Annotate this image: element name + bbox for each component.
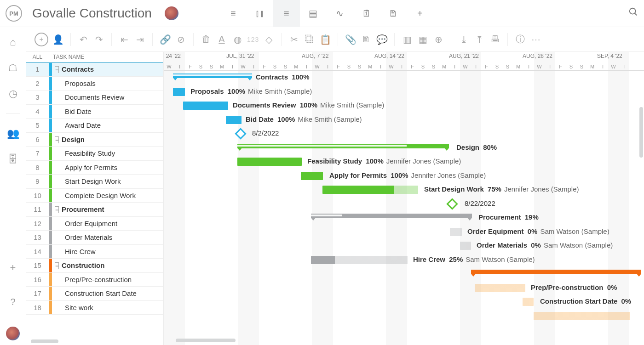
task-row[interactable]: 13Order Materials (26, 231, 163, 245)
print-icon[interactable]: 🖶 (489, 34, 501, 45)
gantt-milestone[interactable] (235, 128, 246, 139)
columns-icon[interactable]: ▥ (401, 34, 413, 45)
project-title[interactable]: Govalle Construction (32, 6, 152, 21)
view-tab-file-icon[interactable]: 🗎 (380, 0, 407, 27)
task-name-cell[interactable]: Construction Start Date (52, 289, 163, 297)
task-row[interactable]: 7Feasibility Study (26, 147, 163, 161)
task-name-cell[interactable]: −Construction (52, 261, 163, 269)
gantt-milestone[interactable] (446, 198, 458, 209)
gantt-task-bar[interactable] (226, 116, 242, 124)
gantt-task-bar[interactable] (311, 256, 408, 264)
indent-icon[interactable]: ⇥ (134, 34, 146, 45)
gantt-summary-bar[interactable] (173, 74, 252, 78)
task-row[interactable]: 8Apply for Permits (26, 161, 163, 175)
column-header-all[interactable]: ALL (26, 52, 49, 62)
task-name-cell[interactable]: Documents Review (52, 93, 163, 101)
team-icon[interactable]: 👥 (7, 128, 19, 140)
task-name-cell[interactable]: Award Date (52, 121, 163, 129)
gantt-task-bar[interactable] (322, 186, 418, 194)
view-tab-add-view-icon[interactable]: + (407, 0, 433, 27)
gantt-task-bar[interactable] (523, 298, 534, 306)
notifications-icon[interactable]: ☖ (8, 62, 17, 74)
task-row[interactable]: 18Site work (26, 301, 163, 315)
app-logo[interactable]: PM (6, 5, 22, 22)
task-name-cell[interactable]: −Design (52, 136, 163, 143)
grid-horizontal-scrollbar[interactable] (26, 339, 163, 345)
task-row[interactable]: 6−Design (26, 133, 163, 147)
gantt-vertical-scrollbar[interactable] (639, 107, 643, 158)
portfolio-icon[interactable]: 🗄 (8, 153, 18, 165)
task-name-cell[interactable]: Order Equipment (52, 220, 163, 227)
more-icon[interactable]: ⋯ (530, 34, 542, 45)
user-avatar[interactable] (6, 327, 20, 340)
task-name-cell[interactable]: Bid Date (52, 107, 163, 115)
task-row[interactable]: 17Construction Start Date (26, 287, 163, 301)
help-icon[interactable]: ? (10, 297, 15, 307)
gantt-task-bar[interactable] (183, 102, 228, 110)
cut-icon[interactable]: ✂ (288, 34, 300, 45)
task-row[interactable]: 9Start Design Work (26, 175, 163, 189)
task-row[interactable]: 14Hire Crew (26, 245, 163, 259)
gridview-icon[interactable]: ▦ (417, 34, 429, 45)
task-name-cell[interactable]: Start Design Work (52, 177, 163, 185)
gantt-task-bar[interactable] (534, 312, 630, 320)
gantt-summary-bar[interactable] (471, 270, 641, 274)
task-name-cell[interactable]: Feasibility Study (52, 149, 163, 157)
task-name-cell[interactable]: Site work (52, 304, 163, 311)
add-project-icon[interactable]: + (10, 262, 16, 274)
gantt-task-bar[interactable] (173, 88, 185, 96)
task-name-cell[interactable]: −Procurement (52, 205, 163, 213)
view-tab-calendar-icon[interactable]: 🗓 (353, 0, 380, 27)
outdent-icon[interactable]: ⇤ (118, 34, 130, 45)
task-name-cell[interactable]: −Contracts (52, 65, 163, 73)
task-row[interactable]: 3Documents Review (26, 90, 163, 105)
zoom-icon[interactable]: ⊕ (432, 34, 444, 45)
task-name-cell[interactable]: Prep/Pre-construction (52, 276, 163, 283)
task-row[interactable]: 12Order Equipment (26, 217, 163, 231)
search-icon[interactable] (628, 7, 638, 20)
task-name-cell[interactable]: Complete Design Work (52, 192, 163, 199)
task-row[interactable]: 16Prep/Pre-construction (26, 273, 163, 287)
add-user-icon[interactable]: 👤 (52, 34, 64, 45)
task-row[interactable]: 2Proposals (26, 77, 163, 91)
task-row[interactable]: 5Award Date (26, 119, 163, 133)
gantt-task-bar[interactable] (475, 284, 525, 292)
view-tab-sheet-icon[interactable]: ▤ (300, 0, 327, 27)
home-icon[interactable]: ⌂ (10, 36, 16, 48)
view-tab-activity-icon[interactable]: ∿ (327, 0, 353, 27)
recent-icon[interactable]: ◷ (9, 88, 17, 100)
fill-color-icon[interactable]: ◍ (231, 34, 243, 45)
collapse-icon[interactable]: − (55, 262, 59, 269)
import-icon[interactable]: ⤓ (458, 34, 470, 45)
text-color-icon[interactable]: A (216, 34, 228, 45)
unlink-icon[interactable]: ⊘ (175, 34, 187, 45)
link-icon[interactable]: 🔗 (159, 34, 171, 45)
task-row[interactable]: 11−Procurement (26, 203, 163, 217)
gantt-summary-bar[interactable] (311, 214, 472, 218)
gantt-task-bar[interactable] (237, 158, 302, 166)
info-icon[interactable]: ⓘ (514, 34, 526, 45)
export-icon[interactable]: ⤒ (473, 34, 485, 45)
task-row[interactable]: 10Complete Design Work (26, 189, 163, 203)
view-tab-list-icon[interactable]: ≡ (220, 0, 247, 27)
undo-icon[interactable]: ↶ (77, 34, 89, 45)
add-task-button[interactable]: + (34, 33, 48, 46)
gantt-summary-bar[interactable] (237, 144, 449, 148)
task-row[interactable]: 1−Contracts (26, 62, 163, 77)
attach-icon[interactable]: 📎 (345, 34, 356, 45)
collapse-icon[interactable]: − (55, 206, 59, 213)
copy-icon[interactable]: ⿻ (304, 34, 316, 45)
gantt-task-bar[interactable] (450, 228, 462, 236)
delete-icon[interactable]: 🗑 (200, 34, 212, 45)
redo-icon[interactable]: ↷ (93, 34, 105, 45)
column-header-task-name[interactable]: TASK NAME (49, 54, 163, 60)
task-name-cell[interactable]: Hire Crew (52, 248, 163, 255)
gantt-horizontal-scrollbar[interactable] (171, 339, 240, 344)
note-icon[interactable]: 🗎 (360, 34, 372, 45)
gantt-task-bar[interactable] (460, 242, 471, 250)
task-row[interactable]: 15−Construction (26, 259, 163, 273)
view-tab-board-icon[interactable]: ⫿⫿ (247, 0, 273, 27)
number-format-icon[interactable]: 123 (247, 36, 259, 43)
task-name-cell[interactable]: Apply for Permits (52, 164, 163, 171)
paste-icon[interactable]: 📋 (319, 34, 331, 45)
